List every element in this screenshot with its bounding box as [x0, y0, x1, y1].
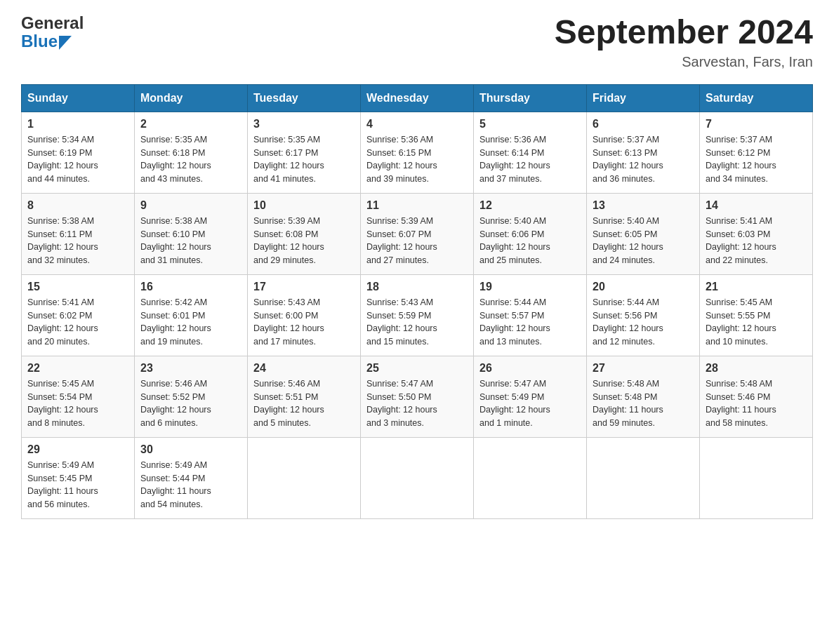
day-info: Sunrise: 5:40 AMSunset: 6:05 PMDaylight:… — [593, 215, 694, 267]
day-info: Sunrise: 5:43 AMSunset: 5:59 PMDaylight:… — [366, 296, 468, 349]
logo: General Blue — [21, 14, 84, 51]
day-number: 24 — [253, 362, 355, 375]
location: Sarvestan, Fars, Iran — [555, 54, 813, 70]
day-info: Sunrise: 5:38 AMSunset: 6:10 PMDaylight:… — [140, 215, 241, 267]
day-number: 3 — [253, 118, 355, 130]
calendar-cell: 11 Sunrise: 5:39 AMSunset: 6:07 PMDaylig… — [361, 193, 474, 274]
day-info: Sunrise: 5:43 AMSunset: 6:00 PMDaylight:… — [253, 296, 355, 349]
day-number: 4 — [366, 118, 468, 130]
day-number: 17 — [253, 281, 355, 293]
day-info: Sunrise: 5:40 AMSunset: 6:06 PMDaylight:… — [479, 215, 581, 267]
day-info: Sunrise: 5:44 AMSunset: 5:57 PMDaylight:… — [479, 296, 581, 349]
calendar-cell: 6 Sunrise: 5:37 AMSunset: 6:13 PMDayligh… — [587, 112, 700, 193]
day-number: 5 — [479, 118, 581, 130]
day-info: Sunrise: 5:37 AMSunset: 6:13 PMDaylight:… — [593, 133, 694, 186]
day-info: Sunrise: 5:44 AMSunset: 5:56 PMDaylight:… — [593, 296, 694, 349]
day-info: Sunrise: 5:49 AMSunset: 5:45 PMDaylight:… — [27, 459, 128, 511]
calendar-cell: 27 Sunrise: 5:48 AMSunset: 5:48 PMDaylig… — [587, 356, 700, 437]
day-number: 10 — [253, 199, 355, 212]
day-number: 11 — [366, 199, 468, 212]
day-number: 6 — [593, 118, 694, 130]
day-number: 21 — [706, 281, 807, 293]
calendar-cell: 26 Sunrise: 5:47 AMSunset: 5:49 PMDaylig… — [474, 356, 587, 437]
header-row: SundayMondayTuesdayWednesdayThursdayFrid… — [22, 84, 813, 112]
calendar-cell: 28 Sunrise: 5:48 AMSunset: 5:46 PMDaylig… — [700, 356, 813, 437]
day-info: Sunrise: 5:35 AMSunset: 6:17 PMDaylight:… — [253, 133, 355, 186]
day-info: Sunrise: 5:39 AMSunset: 6:07 PMDaylight:… — [366, 215, 468, 267]
day-info: Sunrise: 5:42 AMSunset: 6:01 PMDaylight:… — [140, 296, 241, 349]
header-thursday: Thursday — [474, 84, 587, 112]
calendar-cell — [587, 437, 700, 518]
calendar-cell: 8 Sunrise: 5:38 AMSunset: 6:11 PMDayligh… — [22, 193, 135, 274]
calendar-cell: 5 Sunrise: 5:36 AMSunset: 6:14 PMDayligh… — [474, 112, 587, 193]
week-row-2: 8 Sunrise: 5:38 AMSunset: 6:11 PMDayligh… — [22, 193, 813, 274]
month-title: September 2024 — [555, 14, 813, 51]
day-info: Sunrise: 5:46 AMSunset: 5:52 PMDaylight:… — [140, 377, 241, 430]
logo-blue: Blue — [21, 32, 58, 51]
calendar-cell: 18 Sunrise: 5:43 AMSunset: 5:59 PMDaylig… — [361, 274, 474, 356]
calendar-cell: 22 Sunrise: 5:45 AMSunset: 5:54 PMDaylig… — [22, 356, 135, 437]
page-header: General Blue September 2024 Sarvestan, F… — [21, 14, 813, 70]
day-info: Sunrise: 5:45 AMSunset: 5:55 PMDaylight:… — [706, 296, 807, 349]
week-row-4: 22 Sunrise: 5:45 AMSunset: 5:54 PMDaylig… — [22, 356, 813, 437]
day-info: Sunrise: 5:46 AMSunset: 5:51 PMDaylight:… — [253, 377, 355, 430]
day-number: 1 — [27, 118, 128, 130]
day-number: 7 — [706, 118, 807, 130]
logo-text: General Blue — [21, 14, 84, 51]
calendar-cell: 15 Sunrise: 5:41 AMSunset: 6:02 PMDaylig… — [22, 274, 135, 356]
day-number: 12 — [479, 199, 581, 212]
calendar-cell: 23 Sunrise: 5:46 AMSunset: 5:52 PMDaylig… — [135, 356, 248, 437]
calendar-cell: 20 Sunrise: 5:44 AMSunset: 5:56 PMDaylig… — [587, 274, 700, 356]
header-saturday: Saturday — [700, 84, 813, 112]
day-number: 14 — [706, 199, 807, 212]
day-number: 29 — [27, 443, 128, 456]
header-monday: Monday — [135, 84, 248, 112]
calendar-cell: 9 Sunrise: 5:38 AMSunset: 6:10 PMDayligh… — [135, 193, 248, 274]
day-number: 9 — [140, 199, 241, 212]
calendar-cell: 2 Sunrise: 5:35 AMSunset: 6:18 PMDayligh… — [135, 112, 248, 193]
day-info: Sunrise: 5:48 AMSunset: 5:46 PMDaylight:… — [706, 377, 807, 430]
calendar-cell: 12 Sunrise: 5:40 AMSunset: 6:06 PMDaylig… — [474, 193, 587, 274]
day-info: Sunrise: 5:36 AMSunset: 6:14 PMDaylight:… — [479, 133, 581, 186]
day-number: 2 — [140, 118, 241, 130]
calendar-cell — [700, 437, 813, 518]
day-info: Sunrise: 5:38 AMSunset: 6:11 PMDaylight:… — [27, 215, 128, 267]
calendar-cell: 21 Sunrise: 5:45 AMSunset: 5:55 PMDaylig… — [700, 274, 813, 356]
day-number: 8 — [27, 199, 128, 212]
day-number: 13 — [593, 199, 694, 212]
day-info: Sunrise: 5:37 AMSunset: 6:12 PMDaylight:… — [706, 133, 807, 186]
day-number: 20 — [593, 281, 694, 293]
calendar-cell — [248, 437, 361, 518]
calendar-cell: 10 Sunrise: 5:39 AMSunset: 6:08 PMDaylig… — [248, 193, 361, 274]
calendar-cell: 29 Sunrise: 5:49 AMSunset: 5:45 PMDaylig… — [22, 437, 135, 518]
day-info: Sunrise: 5:36 AMSunset: 6:15 PMDaylight:… — [366, 133, 468, 186]
day-info: Sunrise: 5:45 AMSunset: 5:54 PMDaylight:… — [27, 377, 128, 430]
calendar-cell: 4 Sunrise: 5:36 AMSunset: 6:15 PMDayligh… — [361, 112, 474, 193]
calendar-cell — [361, 437, 474, 518]
week-row-5: 29 Sunrise: 5:49 AMSunset: 5:45 PMDaylig… — [22, 437, 813, 518]
day-number: 15 — [27, 281, 128, 293]
day-number: 22 — [27, 362, 128, 375]
calendar-cell: 30 Sunrise: 5:49 AMSunset: 5:44 PMDaylig… — [135, 437, 248, 518]
day-info: Sunrise: 5:35 AMSunset: 6:18 PMDaylight:… — [140, 133, 241, 186]
week-row-3: 15 Sunrise: 5:41 AMSunset: 6:02 PMDaylig… — [22, 274, 813, 356]
day-number: 26 — [479, 362, 581, 375]
calendar-cell: 14 Sunrise: 5:41 AMSunset: 6:03 PMDaylig… — [700, 193, 813, 274]
day-info: Sunrise: 5:41 AMSunset: 6:02 PMDaylight:… — [27, 296, 128, 349]
day-info: Sunrise: 5:48 AMSunset: 5:48 PMDaylight:… — [593, 377, 694, 430]
calendar-cell: 1 Sunrise: 5:34 AMSunset: 6:19 PMDayligh… — [22, 112, 135, 193]
logo-triangle-icon — [59, 36, 72, 50]
day-info: Sunrise: 5:34 AMSunset: 6:19 PMDaylight:… — [27, 133, 128, 186]
day-number: 23 — [140, 362, 241, 375]
calendar-cell: 25 Sunrise: 5:47 AMSunset: 5:50 PMDaylig… — [361, 356, 474, 437]
header-wednesday: Wednesday — [361, 84, 474, 112]
header-friday: Friday — [587, 84, 700, 112]
day-info: Sunrise: 5:49 AMSunset: 5:44 PMDaylight:… — [140, 459, 241, 511]
calendar-cell: 24 Sunrise: 5:46 AMSunset: 5:51 PMDaylig… — [248, 356, 361, 437]
day-number: 19 — [479, 281, 581, 293]
calendar-cell: 13 Sunrise: 5:40 AMSunset: 6:05 PMDaylig… — [587, 193, 700, 274]
day-number: 25 — [366, 362, 468, 375]
day-number: 27 — [593, 362, 694, 375]
title-area: September 2024 Sarvestan, Fars, Iran — [555, 14, 813, 70]
day-info: Sunrise: 5:41 AMSunset: 6:03 PMDaylight:… — [706, 215, 807, 267]
